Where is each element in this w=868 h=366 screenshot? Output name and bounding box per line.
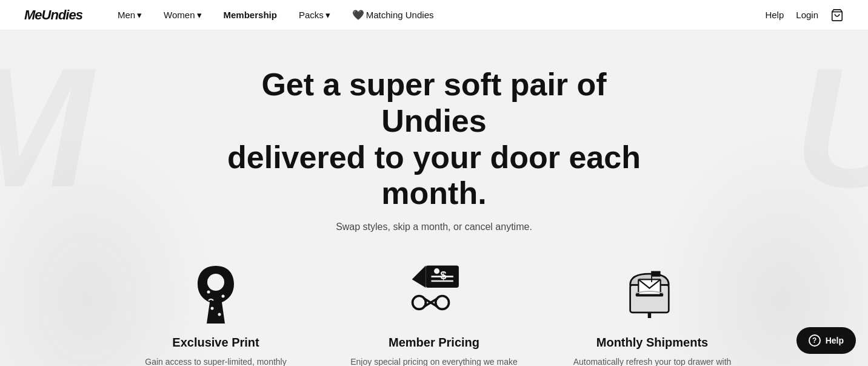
svg-rect-18 xyxy=(648,313,651,318)
monthly-shipments-title: Monthly Shipments xyxy=(596,336,708,350)
svg-point-2 xyxy=(207,291,210,294)
nav-links: Men ▾ Women ▾ Membership Packs ▾ 🖤 Match… xyxy=(107,9,766,21)
svg-point-4 xyxy=(211,307,214,310)
svg-point-1 xyxy=(207,274,224,291)
nav-membership[interactable]: Membership xyxy=(213,10,288,20)
svg-point-5 xyxy=(218,313,221,316)
member-pricing-icon: $ xyxy=(404,263,464,324)
watermark-right: U xyxy=(794,30,868,225)
chevron-down-icon: ▾ xyxy=(137,10,142,21)
feature-exclusive-print: Exclusive Print Gain access to super-lim… xyxy=(131,263,301,366)
nav-packs[interactable]: Packs ▾ xyxy=(288,10,341,21)
svg-rect-19 xyxy=(651,271,652,282)
member-pricing-title: Member Pricing xyxy=(389,336,479,350)
cart-icon[interactable] xyxy=(830,8,844,22)
feature-monthly-shipments: Monthly Shipments Automatically refresh … xyxy=(567,263,737,366)
exclusive-print-title: Exclusive Print xyxy=(172,336,259,350)
svg-point-3 xyxy=(222,295,225,298)
chevron-down-icon: ▾ xyxy=(197,10,202,21)
exclusive-print-desc: Gain access to super-limited, monthly de… xyxy=(131,356,301,366)
hero-title: Get a super soft pair of Undies delivere… xyxy=(222,67,646,212)
logo[interactable]: MeUndies xyxy=(24,7,82,23)
help-bubble-label: Help xyxy=(826,336,844,345)
svg-point-7 xyxy=(434,268,439,274)
help-link[interactable]: Help xyxy=(765,10,784,20)
monthly-shipments-desc: Automatically refresh your top drawer wi… xyxy=(567,356,737,366)
exclusive-print-icon xyxy=(185,263,246,324)
nav-matching-undies[interactable]: 🖤 Matching Undies xyxy=(341,9,445,21)
help-bubble-icon: ? xyxy=(809,334,821,347)
member-pricing-desc: Enjoy special pricing on everything we m… xyxy=(349,356,519,366)
nav-men[interactable]: Men ▾ xyxy=(107,10,153,21)
hero-section: M U Get a super soft pair of Undies deli… xyxy=(0,30,868,366)
svg-text:$: $ xyxy=(440,269,446,282)
watermark-left: M xyxy=(0,30,93,225)
heart-icon: 🖤 xyxy=(352,9,364,21)
login-link[interactable]: Login xyxy=(796,10,818,20)
help-bubble[interactable]: ? Help xyxy=(796,327,856,354)
feature-member-pricing: $ Member Pricing Enjoy special pricing o… xyxy=(349,263,519,366)
svg-rect-20 xyxy=(652,271,661,277)
features-grid: Exclusive Print Gain access to super-lim… xyxy=(101,263,767,366)
hero-subtitle: Swap styles, skip a month, or cancel any… xyxy=(12,222,856,232)
monthly-shipments-icon xyxy=(622,263,683,324)
chevron-down-icon: ▾ xyxy=(326,10,330,21)
nav-right: Help Login xyxy=(765,8,844,22)
nav-women[interactable]: Women ▾ xyxy=(153,10,212,21)
navigation: MeUndies Men ▾ Women ▾ Membership Packs … xyxy=(0,0,868,30)
